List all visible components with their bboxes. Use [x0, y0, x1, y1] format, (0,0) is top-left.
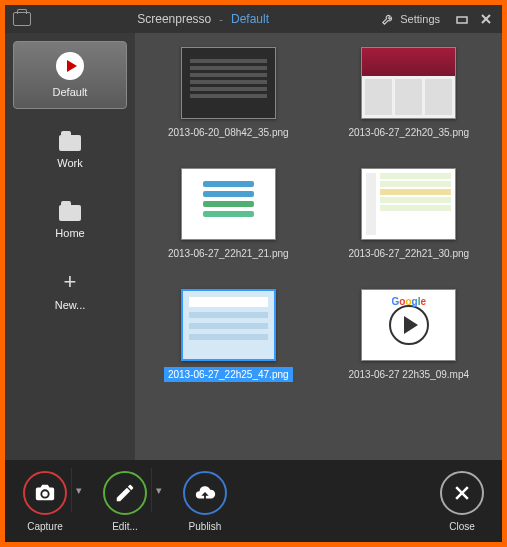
thumbnail-item[interactable]: 2013-06-27_22h20_35.png [326, 47, 493, 140]
workspace-icon [13, 12, 31, 26]
minimize-button[interactable] [454, 11, 470, 27]
toolbar: Capture ▾ Edit... ▾ Publish Close [5, 460, 502, 542]
capture-dropdown[interactable]: ▾ [71, 468, 85, 512]
sidebar-item-label: Default [53, 86, 88, 98]
camera-icon [23, 471, 67, 515]
sidebar-item-label: Work [57, 157, 82, 169]
thumbnail-item[interactable]: 2013-06-27_22h25_47.png [145, 289, 312, 382]
minimize-icon [456, 13, 468, 25]
plus-icon: + [64, 271, 77, 293]
thumbnail-item[interactable]: Google 2013-06-27 22h35_09.mp4 [326, 289, 493, 382]
close-window-button[interactable] [478, 11, 494, 27]
titlebar: Screenpresso - Default Settings [5, 5, 502, 33]
sidebar-item-work[interactable]: Work [13, 121, 127, 179]
folder-icon [59, 205, 81, 221]
thumbnail-preview: Google [361, 289, 456, 361]
close-label: Close [449, 521, 475, 532]
sidebar-item-home[interactable]: Home [13, 191, 127, 249]
title-dash: - [219, 13, 223, 25]
app-title: Screenpresso [137, 12, 211, 26]
sidebar-item-default[interactable]: Default [13, 41, 127, 109]
thumbnail-label: 2013-06-27_22h21_30.png [344, 246, 473, 261]
settings-label: Settings [400, 13, 440, 25]
sidebar-item-new[interactable]: + New... [13, 261, 127, 321]
close-icon [480, 13, 492, 25]
capture-label: Capture [27, 521, 63, 532]
wrench-icon [381, 12, 395, 26]
thumbnail-item[interactable]: 2013-06-20_08h42_35.png [145, 47, 312, 140]
thumbnail-preview [181, 289, 276, 361]
thumbnail-preview [181, 168, 276, 240]
sidebar: Default Work Home + New... [5, 33, 135, 460]
thumbnail-label: 2013-06-27_22h21_21.png [164, 246, 293, 261]
play-icon [389, 305, 429, 345]
edit-icon [103, 471, 147, 515]
thumbnail-label: 2013-06-27 22h35_09.mp4 [344, 367, 473, 382]
edit-dropdown[interactable]: ▾ [151, 468, 165, 512]
svg-rect-0 [457, 17, 467, 23]
settings-button[interactable]: Settings [375, 10, 446, 28]
cloud-upload-icon [183, 471, 227, 515]
close-x-icon [440, 471, 484, 515]
thumbnail-item[interactable]: 2013-06-27_22h21_21.png [145, 168, 312, 261]
screenpresso-logo-icon [56, 52, 84, 80]
main-area: Default Work Home + New... 20 [5, 33, 502, 460]
thumbnail-label: 2013-06-20_08h42_35.png [164, 125, 293, 140]
sidebar-item-label: Home [55, 227, 84, 239]
sidebar-item-label: New... [55, 299, 86, 311]
edit-label: Edit... [112, 521, 138, 532]
thumbnail-item[interactable]: 2013-06-27_22h21_30.png [326, 168, 493, 261]
edit-button[interactable]: Edit... [103, 471, 147, 532]
thumbnail-preview [181, 47, 276, 119]
close-button[interactable]: Close [440, 471, 484, 532]
publish-label: Publish [189, 521, 222, 532]
publish-button[interactable]: Publish [183, 471, 227, 532]
capture-button[interactable]: Capture [23, 471, 67, 532]
window: Screenpresso - Default Settings Default … [5, 5, 502, 542]
folder-icon [59, 135, 81, 151]
google-logo-icon: Google [392, 296, 426, 307]
workspace-name: Default [231, 12, 269, 26]
thumbnail-grid: 2013-06-20_08h42_35.png 2013-06-27_22h20… [135, 33, 502, 460]
thumbnail-label: 2013-06-27_22h25_47.png [164, 367, 293, 382]
thumbnail-label: 2013-06-27_22h20_35.png [344, 125, 473, 140]
thumbnail-preview [361, 47, 456, 119]
thumbnail-preview [361, 168, 456, 240]
